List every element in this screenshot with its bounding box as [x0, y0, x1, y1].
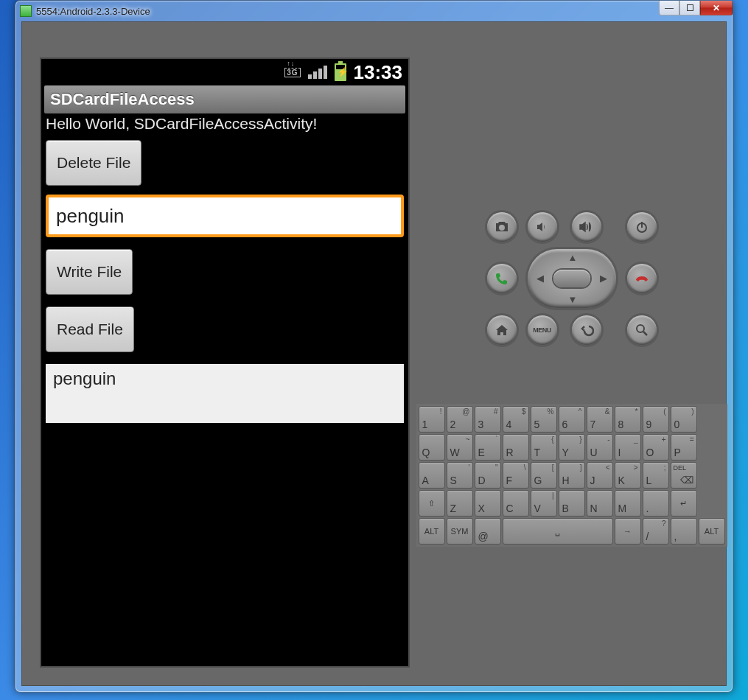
key-2[interactable]: 2@: [447, 406, 473, 433]
volume-down-button[interactable]: [528, 212, 557, 242]
key-x[interactable]: X: [475, 490, 501, 517]
svg-line-3: [643, 332, 647, 335]
key-c[interactable]: C: [503, 490, 529, 517]
key-v[interactable]: V|: [531, 490, 557, 517]
enter-key[interactable]: ↵: [671, 490, 697, 517]
dpad-down[interactable]: ▼: [568, 294, 578, 305]
key-p[interactable]: P=: [671, 434, 697, 461]
key-/[interactable]: /?: [643, 518, 669, 545]
key-5[interactable]: 5%: [531, 406, 557, 433]
key-w[interactable]: W~: [447, 434, 473, 461]
key-z[interactable]: Z: [447, 490, 473, 517]
key-m[interactable]: M: [615, 490, 641, 517]
key-q[interactable]: Q: [419, 434, 445, 461]
battery-charging-icon: [335, 63, 346, 81]
key-y[interactable]: Y}: [559, 434, 585, 461]
signal-icon: [308, 66, 327, 79]
read-file-button[interactable]: Read File: [46, 307, 134, 352]
key-@[interactable]: @: [475, 518, 501, 545]
dpad-right[interactable]: ▶: [600, 273, 607, 284]
maximize-button[interactable]: [679, 1, 700, 15]
emulator-window: 5554:Android-2.3.3-Device — ✕ 3G 13:33 S…: [15, 0, 733, 693]
svg-rect-1: [641, 222, 643, 228]
key-i[interactable]: I_: [615, 434, 641, 461]
key-.[interactable]: .: [643, 490, 669, 517]
space-key[interactable]: ␣: [503, 518, 613, 545]
end-call-button[interactable]: [627, 264, 657, 293]
output-text: penguin: [46, 364, 404, 423]
network-3g-icon: 3G: [284, 68, 300, 77]
dpad-up[interactable]: ▲: [568, 252, 578, 263]
app-title: SDCardFileAccess: [50, 90, 195, 109]
delete-key[interactable]: DEL⌫: [671, 462, 697, 489]
delete-file-button[interactable]: Delete File: [46, 140, 141, 186]
hello-label: Hello World, SDCardFileAccessActivity!: [41, 113, 408, 134]
close-button[interactable]: ✕: [700, 1, 733, 15]
key-b[interactable]: B: [559, 490, 585, 517]
dpad-center[interactable]: [553, 270, 590, 287]
key-j[interactable]: J<: [587, 462, 613, 489]
key-s[interactable]: S': [447, 462, 473, 489]
window-client-area: 3G 13:33 SDCardFileAccess Hello World, S…: [21, 21, 727, 686]
key-d[interactable]: D": [475, 462, 501, 489]
power-button[interactable]: [627, 212, 657, 242]
camera-button[interactable]: [487, 212, 517, 242]
key-0[interactable]: 0): [671, 406, 697, 433]
key-t[interactable]: T{: [531, 434, 557, 461]
key-n[interactable]: N: [587, 490, 613, 517]
back-button[interactable]: [572, 315, 601, 345]
key-a[interactable]: A: [419, 462, 445, 489]
menu-button[interactable]: MENU: [528, 315, 557, 345]
android-statusbar: 3G 13:33: [41, 59, 408, 85]
write-file-button[interactable]: Write File: [46, 249, 133, 295]
shift-key[interactable]: ⇧: [419, 490, 445, 517]
sym-key[interactable]: SYM: [447, 518, 473, 545]
clock: 13:33: [354, 61, 403, 84]
dpad-left[interactable]: ◀: [536, 273, 544, 284]
dpad: ▲ ▼ ◀ ▶: [528, 249, 616, 308]
key-6[interactable]: 6^: [559, 406, 585, 433]
key-1[interactable]: 1!: [419, 406, 445, 433]
key-o[interactable]: O+: [643, 434, 669, 461]
alt-right-key[interactable]: ALT: [699, 518, 725, 545]
key-u[interactable]: U-: [587, 434, 613, 461]
key-4[interactable]: 4$: [503, 406, 529, 433]
key-,[interactable]: ,: [671, 518, 697, 545]
alt-left-key[interactable]: ALT: [419, 518, 445, 545]
key-l[interactable]: L;: [643, 462, 669, 489]
minimize-button[interactable]: —: [659, 1, 679, 15]
key-g[interactable]: G[: [531, 462, 557, 489]
key-e[interactable]: E`: [475, 434, 501, 461]
window-controls: — ✕: [659, 1, 733, 15]
app-titlebar: SDCardFileAccess: [44, 85, 405, 113]
window-titlebar[interactable]: 5554:Android-2.3.3-Device — ✕: [15, 1, 733, 21]
key-f[interactable]: F\: [503, 462, 529, 489]
hardware-keyboard: 1!2@3#4$5%6^7&8*9(0)QW~E`RT{Y}U-I_O+P=AS…: [416, 404, 727, 547]
svg-point-2: [637, 325, 644, 332]
text-input[interactable]: [46, 195, 404, 237]
arrow-key[interactable]: →: [615, 518, 641, 545]
window-title: 5554:Android-2.3.3-Device: [36, 6, 150, 17]
key-k[interactable]: K>: [615, 462, 641, 489]
volume-up-button[interactable]: [572, 212, 601, 242]
call-button[interactable]: [487, 264, 517, 293]
app-icon: [20, 5, 32, 17]
key-7[interactable]: 7&: [587, 406, 613, 433]
key-9[interactable]: 9(: [643, 406, 669, 433]
key-r[interactable]: R: [503, 434, 529, 461]
key-3[interactable]: 3#: [475, 406, 501, 433]
device-screen: 3G 13:33 SDCardFileAccess Hello World, S…: [40, 57, 410, 668]
search-button[interactable]: [627, 315, 657, 345]
home-button[interactable]: [487, 315, 517, 345]
hardware-panel: ▲ ▼ ◀ ▶ MENU 1!2@3#4: [435, 57, 708, 668]
key-8[interactable]: 8*: [615, 406, 641, 433]
key-h[interactable]: H]: [559, 462, 585, 489]
